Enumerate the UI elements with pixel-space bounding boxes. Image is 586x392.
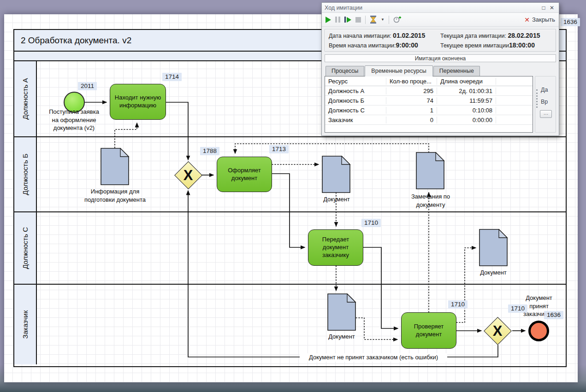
current-date-row: Текущая дата имитации: 28.02.2015 (440, 32, 552, 39)
badge-end: 1636 (544, 311, 563, 319)
doc-b-label: Документ (320, 195, 353, 204)
play-icon[interactable] (326, 17, 331, 23)
add-timer-icon[interactable] (393, 16, 402, 23)
close-icon[interactable]: ✕ (548, 5, 556, 11)
side-label-time: Вр (541, 99, 548, 105)
dialog-side-panel: Да Вр … (535, 76, 556, 133)
maximize-icon[interactable]: □ (539, 5, 548, 11)
flow-check-to-docc[interactable] (456, 248, 476, 322)
dialog-tabs: Процессы Временные ресурсы Переменные (322, 64, 559, 76)
doc-remarks-shape[interactable] (416, 152, 445, 190)
dialog-toolbar: ▼ ✕ Закрыть (322, 13, 559, 27)
close-simulation-button[interactable]: ✕ Закрыть (524, 16, 555, 23)
col-process-count[interactable]: Кол-во проце... (386, 78, 437, 85)
dialog-titlebar[interactable]: Ход имитации □ ✕ (322, 3, 559, 13)
stop-icon[interactable] (355, 17, 361, 23)
edge-find-to-gateway1[interactable] (166, 102, 188, 160)
current-time-row: Текущее время имитации18:00:00 (440, 41, 552, 49)
flow-remarks-to-issue[interactable] (235, 144, 429, 153)
badge-gateway1: 1788 (200, 147, 219, 155)
badge-gateway2: 1710 (508, 304, 527, 313)
doc-c-label: Документ (477, 269, 510, 277)
doc-b-shape[interactable] (322, 156, 351, 193)
step-icon[interactable] (344, 17, 351, 23)
table-row[interactable]: Должность С 1 0:10:08 (325, 105, 533, 115)
close-x-icon: ✕ (524, 16, 530, 23)
gateway1-x-symbol: X (174, 168, 202, 182)
current-time-value: 18:00:00 (509, 41, 535, 49)
badge-task-pass: 1710 (361, 219, 381, 227)
table-row[interactable]: Должность А 295 2д. 01:00:31 (325, 86, 533, 96)
toolbar-separator (365, 16, 366, 24)
gateway2-x-symbol: X (484, 324, 511, 338)
start-date-row: Дата начала имитации: 01.02.2015 (329, 32, 440, 39)
table-row[interactable]: Должность Б 74 11:59:57 (325, 96, 533, 105)
simulation-status-bar: Имитация окончена (325, 54, 556, 62)
table-header-row[interactable]: Ресурс Кол-во проце... Длина очереди (325, 76, 533, 86)
start-event-label: Поступила заявка на оформление документа… (47, 108, 101, 132)
edge-pass-to-check[interactable] (363, 247, 398, 328)
badge-start: 2011 (78, 82, 97, 90)
table-row[interactable]: Заказчик 0 0:00:00 (325, 115, 533, 125)
close-button-label: Закрыть (532, 16, 555, 23)
current-date-value: 28.02.2015 (508, 32, 540, 39)
col-queue-length[interactable]: Длина очереди (437, 78, 496, 85)
simulation-dialog: Ход имитации □ ✕ ▼ ✕ (321, 2, 559, 136)
doc-info-label: Информация для подготовки документа (82, 187, 148, 204)
loop-edge-label: Документ не принят заказчиком (есть ошиб… (300, 353, 447, 362)
hourglass-dropdown-icon[interactable]: ▼ (381, 18, 385, 22)
doc-customer-label: Документ (325, 333, 358, 341)
doc-customer-shape[interactable] (327, 293, 356, 331)
tab-variables[interactable]: Переменные (433, 66, 480, 76)
tab-time-resources[interactable]: Временные ресурсы (365, 65, 432, 76)
task-issue-document[interactable]: Оформляет документ (217, 157, 272, 192)
toolbar-separator2 (389, 16, 389, 24)
dialog-title: Ход имитации (325, 5, 362, 11)
start-time-value: 9:00:00 (396, 41, 418, 49)
pause-icon[interactable] (335, 17, 340, 23)
task-check-document[interactable]: Проверяет документ (401, 312, 456, 349)
desktop-background: 2 Обработка документа. v2 Должность А До… (0, 0, 586, 392)
task-find-info[interactable]: Находит нужную информацию (110, 84, 166, 120)
badge-task-issue: 1713 (269, 145, 289, 153)
doc-info-shape[interactable] (101, 148, 130, 186)
edge-issue-to-pass[interactable] (272, 174, 305, 247)
panel-splitter-handle[interactable] (536, 89, 538, 108)
side-label-date: Да (541, 87, 548, 93)
badge-doc-line: 1710 (448, 300, 468, 309)
col-resource[interactable]: Ресурс (325, 78, 386, 85)
side-panel-ellipsis-button[interactable]: … (540, 110, 552, 118)
start-date-value: 01.02.2015 (393, 32, 425, 39)
simulation-info-panel: Дата начала имитации: 01.02.2015 Текущая… (325, 29, 556, 52)
doc-c-shape[interactable] (479, 229, 508, 267)
doc-remarks-label: Замечания по документу (405, 193, 456, 209)
flow-docinfo-to-find[interactable] (115, 123, 137, 148)
tab-processes[interactable]: Процессы (326, 66, 364, 76)
hourglass-icon[interactable] (370, 16, 377, 23)
resources-table[interactable]: Ресурс Кол-во проце... Длина очереди Дол… (325, 76, 533, 133)
task-pass-document[interactable]: Передает документ заказчику (308, 229, 363, 266)
end-event[interactable] (528, 321, 549, 341)
badge-task-find: 1714 (162, 73, 182, 81)
floating-badge-1636: 1636 (561, 18, 580, 26)
dialog-tab-content: Ресурс Кол-во проце... Длина очереди Дол… (325, 76, 556, 133)
start-time-row: Время начала имитации:9:00:00 (329, 41, 440, 49)
